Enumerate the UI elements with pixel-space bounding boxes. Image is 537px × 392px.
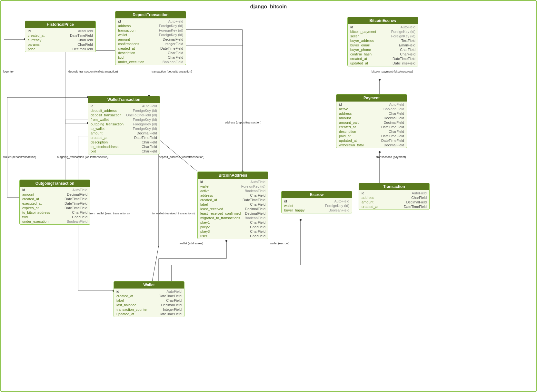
table-transaction: TransactionidAutoFieldaddressCharFieldam… <box>359 183 430 210</box>
field-type: CharField <box>250 202 265 206</box>
field-type: ForeignKey (id) <box>133 109 157 113</box>
field-name: address <box>118 24 150 28</box>
table-row: activeBooleanField <box>336 107 407 111</box>
field-type: CharField <box>250 230 265 233</box>
table-row: amountDecimalField <box>115 37 186 42</box>
table-row: created_atDateTimeField <box>336 125 407 129</box>
connection-label: logentry <box>3 70 14 73</box>
field-type: DateTimeField <box>65 201 87 205</box>
table-deposittransaction: DepositTransactionidAutoFieldaddressFore… <box>115 11 186 65</box>
table-header-bitcoinescrow: BitcoinEscrow <box>348 17 418 24</box>
field-name: id <box>116 289 149 293</box>
connection-label: outgoing_transaction (wallettransaction) <box>57 155 108 159</box>
connection-label: address (deposittransaction) <box>225 121 262 124</box>
table-row: amountDecimalField <box>359 200 429 204</box>
table-row: under_executionBooleanField <box>20 219 90 224</box>
table-row: labelCharField <box>198 202 268 207</box>
field-name: price <box>28 47 60 51</box>
field-name: bitcoin_payment <box>350 30 383 34</box>
table-row: created_atDateTimeField <box>115 46 186 51</box>
field-type: DecimalField <box>406 200 427 204</box>
field-type: DateTimeField <box>381 139 404 142</box>
field-name: executed_at <box>22 201 55 205</box>
field-name: wallet <box>284 204 316 208</box>
table-row: buyer_emailEmailField <box>348 43 418 47</box>
table-row: txidCharField <box>88 149 160 153</box>
field-name: transaction <box>118 28 150 32</box>
field-type: CharField <box>168 51 183 55</box>
table-row: addressCharField <box>359 195 429 200</box>
field-name: txid <box>91 149 123 153</box>
table-row: to_walletForeignKey (id) <box>88 126 160 131</box>
field-name: id <box>350 25 383 29</box>
field-type: DateTimeField <box>404 205 427 209</box>
field-name: user <box>200 234 233 238</box>
field-type: AutoField <box>78 29 93 33</box>
table-row: to_bitcoinaddressCharField <box>20 210 90 215</box>
table-row: created_atDateTimeField <box>20 197 90 201</box>
svg-point-14 <box>379 151 381 153</box>
svg-point-16 <box>225 240 227 242</box>
table-header-historicalprice: HistoricalPrice <box>25 21 95 28</box>
table-row: under_executionBooleanField <box>115 60 186 64</box>
field-type: DecimalField <box>161 303 182 307</box>
field-type: BooleanField <box>245 216 265 220</box>
field-name: label <box>200 202 233 206</box>
field-type: IntegerField <box>163 308 182 311</box>
field-name: amount <box>22 192 55 196</box>
field-type: CharField <box>250 220 265 224</box>
field-name: expires_at <box>22 206 55 210</box>
table-escrow: EscrowidAutoFieldwalletForeignKey (id)bu… <box>281 191 352 213</box>
field-name: outgoing_transaction <box>91 122 124 126</box>
table-bitcoinaddress: BitcoinAddressidAutoFieldwalletForeignKe… <box>197 172 268 239</box>
field-name: description <box>339 130 371 133</box>
table-header-escrow: Escrow <box>282 191 352 198</box>
table-row: deposit_transactionOneToOneField (id) <box>88 113 160 117</box>
field-name: amount <box>339 116 371 120</box>
field-name: updated_at <box>116 312 149 316</box>
table-row: idAutoField <box>114 289 184 294</box>
field-type: IntegerField <box>164 42 183 46</box>
table-row: idAutoField <box>88 104 160 108</box>
table-row: withdrawn_totalDecimalField <box>336 143 407 147</box>
field-name: id <box>339 103 371 106</box>
field-name: id <box>200 180 233 184</box>
field-type: CharField <box>168 55 183 59</box>
field-type: AutoField <box>251 180 265 184</box>
connection-label: deposit_transaction (wallettransaction) <box>68 70 118 73</box>
field-type: DateTimeField <box>159 294 182 298</box>
field-type: AutoField <box>167 289 182 293</box>
field-name: withdrawn_total <box>339 143 371 147</box>
field-type: OneToOneField (id) <box>126 113 157 117</box>
table-row: idAutoField <box>20 188 90 192</box>
field-type: DecimalField <box>245 211 265 215</box>
table-row: created_atDateTimeField <box>348 56 418 61</box>
table-row: updated_atDateTimeField <box>336 138 407 143</box>
field-name: last_balance <box>116 303 149 307</box>
table-payment: PaymentidAutoFieldactiveBooleanFieldaddr… <box>336 94 407 148</box>
table-row: amountDecimalField <box>336 116 407 120</box>
field-name: to_bitcoinaddress <box>22 211 55 214</box>
table-row: last_balanceDecimalField <box>114 303 184 307</box>
field-name: created_at <box>339 125 371 129</box>
table-wallet: WalletidAutoFieldcreated_atDateTimeField… <box>114 281 184 317</box>
table-row: bitcoin_paymentForeignKey (id) <box>348 29 418 34</box>
field-type: DateTimeField <box>243 198 265 202</box>
field-type: DecimalField <box>383 143 404 147</box>
field-type: ForeignKey (id) <box>325 204 349 208</box>
table-row: userCharField <box>198 234 268 238</box>
table-header-bitcoinaddress: BitcoinAddress <box>198 172 268 179</box>
field-name: active <box>200 189 233 193</box>
table-row: labelCharField <box>114 298 184 303</box>
field-name: pkey3 <box>200 230 233 233</box>
svg-point-17 <box>300 219 302 221</box>
field-type: CharField <box>389 112 404 115</box>
field-type: ForeignKey (id) <box>159 28 183 32</box>
field-name: description <box>91 140 123 144</box>
table-row: created_atDateTimeField <box>359 204 429 209</box>
table-row: pkey1CharField <box>198 220 268 225</box>
field-type: BooleanField <box>67 220 87 223</box>
diagram-title: django_bitcoin <box>1 1 536 13</box>
table-bitcoinescrow: BitcoinEscrowidAutoFieldbitcoin_paymentF… <box>347 17 418 66</box>
field-type: AutoField <box>142 104 157 108</box>
